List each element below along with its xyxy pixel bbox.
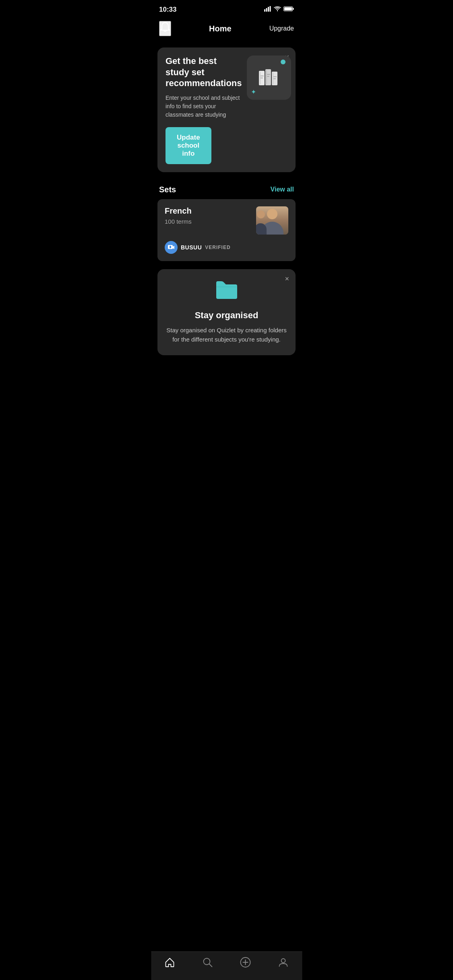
svg-rect-16	[267, 74, 270, 75]
svg-point-4	[277, 10, 278, 11]
svg-rect-18	[273, 76, 277, 77]
update-school-button[interactable]: Update school info	[165, 127, 211, 164]
folder-icon	[165, 279, 288, 305]
promo-illustration: ✦	[247, 56, 291, 100]
organise-subtitle: Stay organised on Quizlet by creating fo…	[165, 325, 288, 344]
svg-rect-14	[261, 76, 264, 76]
organise-close-button[interactable]: ×	[285, 275, 289, 283]
svg-rect-3	[270, 6, 271, 12]
promo-title: Get the best study set recommendations	[165, 56, 242, 89]
promo-star: ✦	[251, 88, 256, 96]
svg-rect-11	[266, 70, 267, 84]
organise-title: Stay organised	[165, 310, 288, 321]
set-card-top: French 100 terms	[165, 206, 288, 235]
books-illustration	[255, 64, 283, 92]
status-time: 10:33	[159, 6, 176, 14]
promo-dot	[281, 60, 285, 64]
svg-rect-6	[284, 7, 292, 10]
set-card-info: French 100 terms	[165, 206, 256, 225]
svg-rect-19	[273, 78, 276, 79]
svg-rect-2	[268, 7, 269, 12]
set-card[interactable]: French 100 terms Busuu VERIFIE	[157, 199, 296, 261]
svg-rect-21	[170, 246, 171, 248]
promo-subtitle: Enter your school and subject info to fi…	[165, 94, 242, 119]
svg-rect-15	[261, 78, 263, 78]
notification-button[interactable]	[159, 21, 171, 36]
wifi-icon	[274, 6, 281, 13]
upgrade-button[interactable]: Upgrade	[269, 25, 294, 32]
creator-name: Busuu	[181, 244, 202, 251]
battery-icon	[283, 6, 294, 13]
sets-section-header: Sets View all	[151, 177, 302, 199]
set-name: French	[165, 206, 256, 216]
status-icons	[264, 6, 294, 13]
set-terms: 100 terms	[165, 218, 256, 225]
svg-rect-17	[267, 76, 269, 77]
organise-card: × Stay organised Stay organised on Quizl…	[157, 269, 296, 356]
set-card-footer: Busuu VERIFIED	[165, 241, 288, 254]
promo-content: Get the best study set recommendations E…	[165, 56, 288, 164]
set-thumbnail	[256, 206, 288, 235]
svg-rect-0	[264, 9, 265, 12]
svg-rect-1	[266, 8, 267, 12]
view-all-button[interactable]: View all	[271, 186, 294, 193]
signal-icon	[264, 6, 271, 13]
promo-card: × Get the best study set recommendations…	[157, 47, 296, 172]
svg-rect-9	[260, 72, 261, 84]
page-title: Home	[171, 24, 269, 33]
creator-avatar	[165, 241, 178, 254]
status-bar: 10:33	[151, 0, 302, 17]
sets-title: Sets	[159, 185, 176, 194]
svg-rect-13	[273, 72, 273, 84]
promo-text: Get the best study set recommendations E…	[165, 56, 247, 164]
verified-badge: VERIFIED	[205, 245, 230, 250]
app-header: Home Upgrade	[151, 17, 302, 43]
svg-rect-7	[293, 8, 294, 10]
